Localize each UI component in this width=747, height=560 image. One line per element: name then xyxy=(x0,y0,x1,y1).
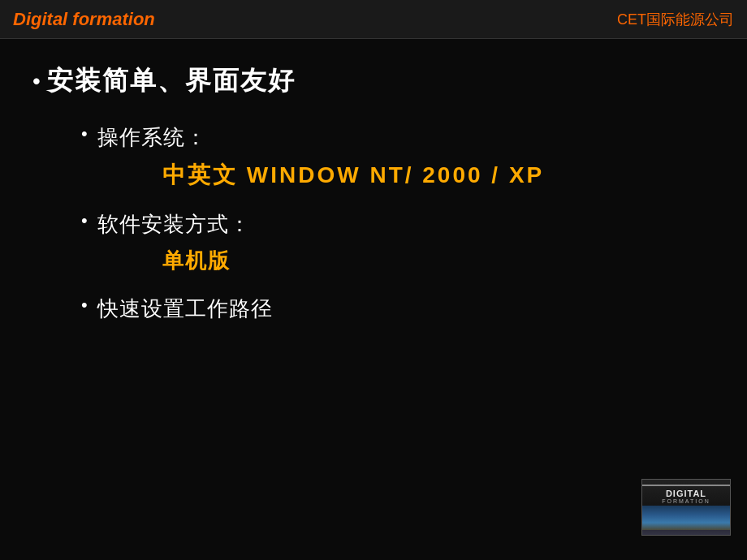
sub-section-2: • 软件安装方式： 单机版 xyxy=(81,210,706,275)
sub-bullet-dot-3: • xyxy=(81,296,88,314)
main-bullet-dot: • xyxy=(32,70,41,93)
sub-bullet-1: • 操作系统： xyxy=(81,123,706,152)
highlight-text-2: 单机版 xyxy=(162,248,231,273)
content-area: • 安装简单、界面友好 • 操作系统： 中英文 WINDOW NT/ 2000 … xyxy=(0,39,747,355)
highlight-text-1: 中英文 WINDOW NT/ 2000 / XP xyxy=(162,162,544,187)
footer-logo: DIGITAL FORMATION xyxy=(633,479,731,544)
sub-bullet-dot-2: • xyxy=(81,212,88,230)
sub-bullet-3: • 快速设置工作路径 xyxy=(81,295,706,323)
sub-section-3: • 快速设置工作路径 xyxy=(81,295,706,323)
sub-indented-2: 单机版 xyxy=(162,247,706,275)
sub-bullet-2: • 软件安装方式： xyxy=(81,210,706,239)
slide-container: Digital formation CET国际能源公司 • 安装简单、界面友好 … xyxy=(0,0,747,560)
logo-text-digital: DIGITAL xyxy=(666,489,706,498)
header-bar: Digital formation CET国际能源公司 xyxy=(0,0,747,39)
header-title-right: CET国际能源公司 xyxy=(617,10,734,29)
main-bullet: • 安装简单、界面友好 xyxy=(32,63,706,99)
sub-indented-1: 中英文 WINDOW NT/ 2000 / XP xyxy=(162,160,706,191)
logo-line xyxy=(641,485,731,486)
main-bullet-text: 安装简单、界面友好 xyxy=(47,63,296,99)
sub-bullet-text-3: 快速设置工作路径 xyxy=(97,295,273,323)
sub-section-1: • 操作系统： 中英文 WINDOW NT/ 2000 / XP xyxy=(81,123,706,191)
sub-bullet-dot-1: • xyxy=(81,125,88,143)
logo-box: DIGITAL FORMATION xyxy=(641,479,731,536)
sub-bullet-text-1: 操作系统： xyxy=(97,123,207,152)
sub-bullet-text-2: 软件安装方式： xyxy=(97,210,251,239)
header-title-left: Digital formation xyxy=(13,9,155,30)
logo-text-formation: FORMATION xyxy=(662,498,710,504)
logo-earth xyxy=(641,506,731,530)
